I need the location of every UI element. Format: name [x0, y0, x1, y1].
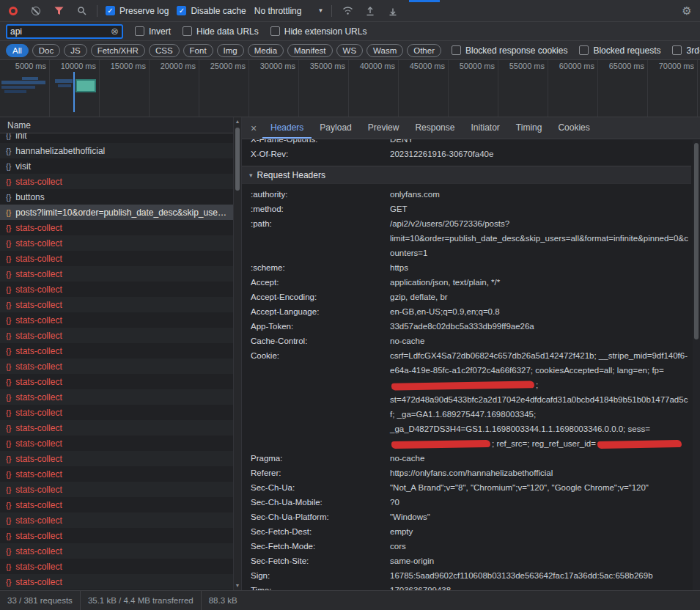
details-tabs: HeadersPayloadPreviewResponseInitiatorTi…: [262, 117, 598, 139]
header-row: X-Frame-Options:DENY: [242, 139, 691, 147]
funnel-icon: [54, 7, 64, 15]
request-row[interactable]: {}visit: [0, 158, 233, 174]
clear-button[interactable]: [29, 4, 43, 18]
timeline-overview[interactable]: 5000 ms10000 ms15000 ms20000 ms25000 ms3…: [0, 60, 700, 117]
filter-input[interactable]: [9, 26, 111, 37]
request-row[interactable]: {}stats-collect: [0, 497, 233, 512]
disable-cache-checkbox[interactable]: ✓ Disable cache: [177, 6, 246, 16]
request-row[interactable]: {}stats-collect: [0, 389, 233, 405]
request-name: stats-collect: [15, 438, 227, 449]
tab-timing[interactable]: Timing: [508, 117, 550, 139]
network-conditions-icon[interactable]: [340, 4, 355, 18]
request-row[interactable]: {}stats-collect: [0, 251, 233, 266]
details-scrollbar[interactable]: [693, 140, 700, 590]
request-row[interactable]: {}stats-collect: [0, 174, 233, 189]
request-name: stats-collect: [15, 254, 227, 264]
close-icon[interactable]: ×: [245, 122, 262, 134]
blocked-requests-checkbox[interactable]: Blocked requests: [579, 45, 660, 56]
request-row[interactable]: {}stats-collect: [0, 574, 233, 589]
tab-preview[interactable]: Preview: [360, 117, 408, 139]
tab-headers[interactable]: Headers: [262, 117, 312, 139]
request-row[interactable]: {}stats-collect: [0, 235, 233, 251]
filter-chip-wasm[interactable]: Wasm: [366, 44, 403, 57]
tab-response[interactable]: Response: [407, 117, 463, 139]
request-row[interactable]: {}stats-collect: [0, 374, 233, 389]
header-value: "Windows": [390, 510, 691, 524]
details-scrollbar-thumb[interactable]: [694, 143, 699, 339]
request-row[interactable]: {}stats-collect: [0, 451, 233, 466]
throttling-select[interactable]: No throttling ▼: [254, 6, 324, 16]
request-name: stats-collect: [15, 577, 227, 587]
invert-checkbox[interactable]: Invert: [135, 26, 171, 37]
filter-chip-media[interactable]: Media: [248, 44, 284, 57]
filter-chip-fetch-xhr[interactable]: Fetch/XHR: [91, 44, 145, 57]
tab-cookies[interactable]: Cookies: [550, 117, 597, 139]
resources-size: 88.3 kB: [202, 591, 245, 610]
filter-icon[interactable]: [51, 4, 66, 18]
request-row[interactable]: {}stats-collect: [0, 297, 233, 312]
request-headers-section[interactable]: ▾ Request Headers: [242, 166, 691, 184]
scrollbar-thumb[interactable]: [235, 128, 240, 191]
filter-chip-all[interactable]: All: [6, 44, 29, 57]
preserve-log-checkbox[interactable]: ✓ Preserve log: [106, 6, 169, 16]
request-row[interactable]: {}stats-collect: [0, 436, 233, 451]
request-row[interactable]: {}stats-collect: [0, 528, 233, 543]
search-icon[interactable]: [74, 4, 89, 18]
blocked-response-cookies-checkbox[interactable]: Blocked response cookies: [452, 45, 567, 56]
request-row[interactable]: {}stats-collect: [0, 466, 233, 482]
request-name: stats-collect: [15, 531, 227, 541]
scroll-up-icon[interactable]: ▲: [234, 117, 241, 126]
request-list-scrollbar[interactable]: ▲ ▼: [233, 117, 242, 590]
request-row[interactable]: {}stats-collect: [0, 543, 233, 559]
clear-filter-icon[interactable]: ⊗: [111, 26, 119, 36]
tab-payload[interactable]: Payload: [312, 117, 359, 139]
overview-bar: [4, 90, 26, 93]
request-name: stats-collect: [15, 562, 227, 572]
tab-initiator[interactable]: Initiator: [463, 117, 507, 139]
request-row[interactable]: {}stats-collect: [0, 328, 233, 343]
filter-chip-img[interactable]: Img: [217, 44, 244, 57]
request-row[interactable]: {}stats-collect: [0, 559, 233, 574]
filter-chip-manifest[interactable]: Manifest: [287, 44, 332, 57]
request-row[interactable]: {}stats-collect: [0, 343, 233, 359]
request-row[interactable]: {}stats-collect: [0, 420, 233, 436]
request-row[interactable]: {}stats-collect: [0, 405, 233, 420]
request-row[interactable]: {}stats-collect: [0, 512, 233, 528]
request-row[interactable]: {}posts?limit=10&order=publish_date_desc…: [0, 205, 233, 220]
settings-gear-icon[interactable]: ⚙: [679, 4, 694, 18]
request-row[interactable]: {}stats-collect: [0, 359, 233, 374]
request-row[interactable]: {}stats-collect: [0, 282, 233, 297]
request-row[interactable]: {}stats-collect: [0, 220, 233, 235]
import-har-button[interactable]: [363, 4, 377, 18]
header-name: X-Of-Rev:: [251, 147, 390, 161]
header-row: Sec-Fetch-Site:same-origin: [242, 554, 691, 568]
header-name: Referer:: [251, 466, 390, 480]
filter-chip-other[interactable]: Other: [407, 44, 441, 57]
redaction-scribble: [391, 381, 534, 390]
request-row[interactable]: {}stats-collect: [0, 482, 233, 497]
overview-bar: [22, 77, 38, 80]
filter-chip-ws[interactable]: WS: [336, 44, 364, 57]
filter-chip-doc[interactable]: Doc: [32, 44, 60, 57]
preserve-log-label: Preserve log: [119, 6, 169, 16]
header-row: Sec-Ch-Ua-Mobile:?0: [242, 495, 691, 510]
toolbar-separator: [97, 5, 97, 17]
record-button[interactable]: [6, 4, 21, 18]
request-row[interactable]: {}hannahelizabethofficial: [0, 143, 233, 158]
filter-chip-font[interactable]: Font: [183, 44, 213, 57]
hide-data-urls-checkbox[interactable]: Hide data URLs: [183, 26, 259, 37]
filter-chip-css[interactable]: CSS: [149, 44, 180, 57]
braces-icon: {}: [6, 485, 11, 494]
3rd-party-requests-checkbox[interactable]: 3rd-party requests: [672, 45, 700, 56]
request-row[interactable]: {}stats-collect: [0, 312, 233, 328]
header-row: :scheme:https: [242, 260, 691, 275]
filter-chip-js[interactable]: JS: [64, 44, 86, 57]
export-har-button[interactable]: [386, 4, 400, 18]
name-column-header[interactable]: Name: [0, 117, 233, 133]
hide-extension-urls-checkbox[interactable]: Hide extension URLs: [270, 26, 367, 37]
braces-icon: {}: [6, 547, 11, 556]
request-row[interactable]: {}buttons: [0, 189, 233, 205]
request-row[interactable]: {}stats-collect: [0, 266, 233, 282]
request-row[interactable]: {}init: [0, 133, 233, 143]
scroll-down-icon[interactable]: ▼: [234, 581, 241, 590]
